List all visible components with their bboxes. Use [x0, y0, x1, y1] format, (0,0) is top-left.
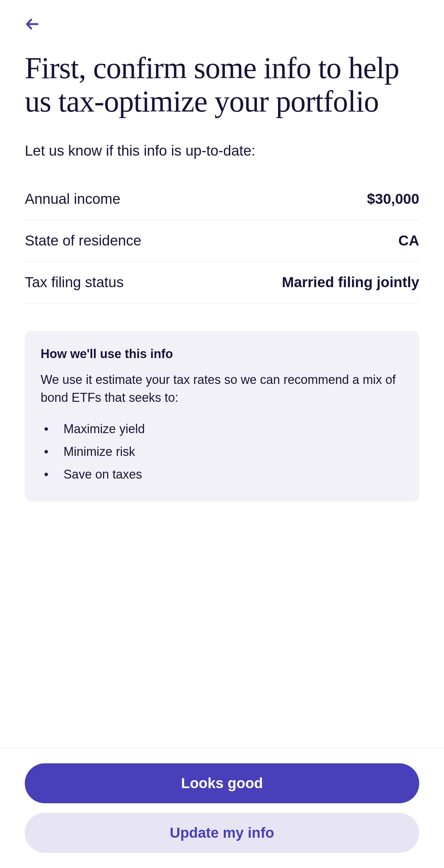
- list-item: Maximize yield: [44, 418, 403, 440]
- card-list: Maximize yield Minimize risk Save on tax…: [41, 418, 403, 486]
- update-info-button[interactable]: Update my info: [25, 813, 419, 853]
- looks-good-button[interactable]: Looks good: [25, 763, 419, 803]
- info-row-state: State of residence CA: [25, 220, 419, 262]
- info-row-income: Annual income $30,000: [25, 178, 419, 220]
- main-content: First, confirm some info to help us tax-…: [0, 0, 444, 502]
- state-label: State of residence: [25, 232, 141, 249]
- info-card: How we'll use this info We use it estima…: [25, 331, 419, 502]
- page-title: First, confirm some info to help us tax-…: [25, 52, 419, 118]
- filing-label: Tax filing status: [25, 274, 124, 291]
- income-label: Annual income: [25, 191, 120, 207]
- arrow-left-icon: [25, 17, 40, 32]
- filing-value: Married filing jointly: [282, 274, 419, 291]
- income-value: $30,000: [367, 191, 419, 207]
- list-item: Save on taxes: [44, 463, 403, 486]
- state-value: CA: [398, 232, 419, 249]
- footer-actions: Looks good Update my info: [0, 748, 444, 868]
- card-title: How we'll use this info: [41, 347, 403, 361]
- page-subtext: Let us know if this info is up-to-date:: [25, 143, 419, 159]
- list-item: Minimize risk: [44, 440, 403, 463]
- back-button[interactable]: [25, 14, 40, 34]
- card-body: We use it estimate your tax rates so we …: [41, 371, 403, 407]
- info-row-filing: Tax filing status Married filing jointly: [25, 262, 419, 303]
